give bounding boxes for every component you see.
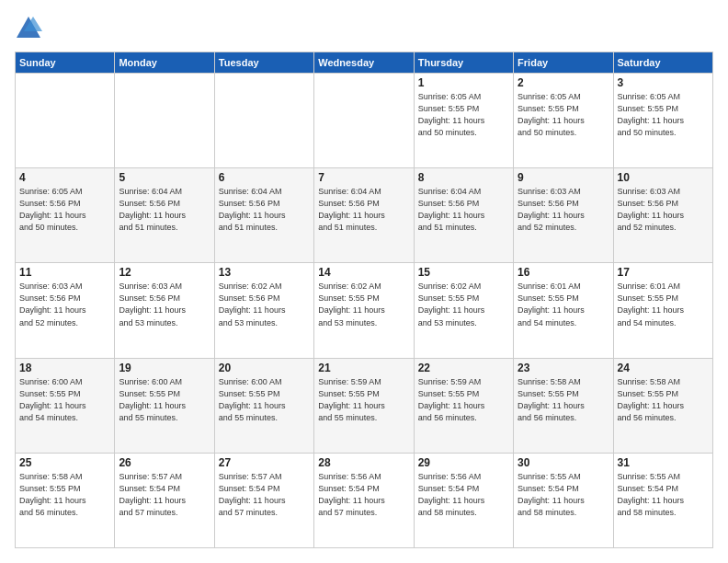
day-number: 23 bbox=[518, 362, 609, 374]
calendar-cell: 26Sunrise: 5:57 AM Sunset: 5:54 PM Dayli… bbox=[115, 453, 214, 547]
day-number: 17 bbox=[618, 266, 709, 279]
calendar-cell: 14Sunrise: 6:02 AM Sunset: 5:55 PM Dayli… bbox=[314, 263, 414, 358]
calendar-cell: 16Sunrise: 6:01 AM Sunset: 5:55 PM Dayli… bbox=[514, 263, 613, 358]
calendar-cell: 15Sunrise: 6:02 AM Sunset: 5:55 PM Dayli… bbox=[414, 263, 513, 358]
day-info: Sunrise: 6:03 AM Sunset: 5:56 PM Dayligh… bbox=[119, 281, 210, 328]
calendar-header-wednesday: Wednesday bbox=[314, 52, 414, 74]
calendar-header-saturday: Saturday bbox=[613, 52, 712, 74]
day-info: Sunrise: 6:03 AM Sunset: 5:56 PM Dayligh… bbox=[618, 186, 709, 234]
day-number: 11 bbox=[19, 266, 110, 279]
calendar-cell: 20Sunrise: 6:00 AM Sunset: 5:55 PM Dayli… bbox=[214, 358, 313, 453]
day-number: 18 bbox=[19, 362, 110, 374]
calendar-week-0: 1Sunrise: 6:05 AM Sunset: 5:55 PM Daylig… bbox=[16, 74, 713, 168]
calendar-cell: 11Sunrise: 6:03 AM Sunset: 5:56 PM Dayli… bbox=[16, 263, 115, 358]
day-info: Sunrise: 6:05 AM Sunset: 5:56 PM Dayligh… bbox=[19, 186, 110, 234]
day-number: 13 bbox=[219, 266, 310, 279]
day-number: 25 bbox=[19, 456, 110, 469]
calendar-cell: 4Sunrise: 6:05 AM Sunset: 5:56 PM Daylig… bbox=[16, 168, 115, 263]
day-number: 22 bbox=[418, 362, 509, 374]
day-info: Sunrise: 5:58 AM Sunset: 5:55 PM Dayligh… bbox=[19, 471, 110, 519]
day-info: Sunrise: 5:58 AM Sunset: 5:55 PM Dayligh… bbox=[618, 376, 709, 424]
page: SundayMondayTuesdayWednesdayThursdayFrid… bbox=[0, 0, 728, 563]
calendar-week-1: 4Sunrise: 6:05 AM Sunset: 5:56 PM Daylig… bbox=[16, 168, 713, 263]
calendar-header-row: SundayMondayTuesdayWednesdayThursdayFrid… bbox=[16, 52, 713, 74]
calendar-cell: 12Sunrise: 6:03 AM Sunset: 5:56 PM Dayli… bbox=[115, 263, 214, 358]
day-info: Sunrise: 6:00 AM Sunset: 5:55 PM Dayligh… bbox=[219, 376, 310, 424]
day-info: Sunrise: 5:57 AM Sunset: 5:54 PM Dayligh… bbox=[119, 471, 210, 519]
logo bbox=[15, 15, 46, 42]
calendar-cell: 31Sunrise: 5:55 AM Sunset: 5:54 PM Dayli… bbox=[613, 453, 712, 547]
calendar-header-monday: Monday bbox=[115, 52, 214, 74]
calendar-header-thursday: Thursday bbox=[414, 52, 513, 74]
day-info: Sunrise: 6:05 AM Sunset: 5:55 PM Dayligh… bbox=[518, 91, 609, 139]
day-number: 8 bbox=[418, 171, 509, 184]
day-info: Sunrise: 6:04 AM Sunset: 5:56 PM Dayligh… bbox=[219, 186, 310, 234]
header bbox=[15, 15, 713, 42]
day-info: Sunrise: 5:59 AM Sunset: 5:55 PM Dayligh… bbox=[318, 376, 409, 424]
logo-icon bbox=[15, 15, 42, 42]
day-number: 6 bbox=[219, 171, 310, 184]
calendar-table: SundayMondayTuesdayWednesdayThursdayFrid… bbox=[15, 52, 713, 548]
day-number: 21 bbox=[318, 362, 409, 374]
calendar-cell: 30Sunrise: 5:55 AM Sunset: 5:54 PM Dayli… bbox=[514, 453, 613, 547]
day-info: Sunrise: 5:55 AM Sunset: 5:54 PM Dayligh… bbox=[618, 471, 709, 519]
day-info: Sunrise: 6:03 AM Sunset: 5:56 PM Dayligh… bbox=[518, 186, 609, 234]
day-number: 20 bbox=[219, 362, 310, 374]
day-number: 27 bbox=[219, 456, 310, 469]
day-number: 24 bbox=[618, 362, 709, 374]
calendar-cell: 24Sunrise: 5:58 AM Sunset: 5:55 PM Dayli… bbox=[613, 358, 712, 453]
day-info: Sunrise: 6:03 AM Sunset: 5:56 PM Dayligh… bbox=[19, 281, 110, 328]
calendar-header-sunday: Sunday bbox=[16, 52, 115, 74]
day-info: Sunrise: 6:00 AM Sunset: 5:55 PM Dayligh… bbox=[19, 376, 110, 424]
day-number: 29 bbox=[418, 456, 509, 469]
calendar-cell: 9Sunrise: 6:03 AM Sunset: 5:56 PM Daylig… bbox=[514, 168, 613, 263]
day-info: Sunrise: 5:58 AM Sunset: 5:55 PM Dayligh… bbox=[518, 376, 609, 424]
day-number: 30 bbox=[518, 456, 609, 469]
day-number: 16 bbox=[518, 266, 609, 279]
day-number: 31 bbox=[618, 456, 709, 469]
calendar-cell: 19Sunrise: 6:00 AM Sunset: 5:55 PM Dayli… bbox=[115, 358, 214, 453]
calendar-cell: 23Sunrise: 5:58 AM Sunset: 5:55 PM Dayli… bbox=[514, 358, 613, 453]
calendar-cell: 21Sunrise: 5:59 AM Sunset: 5:55 PM Dayli… bbox=[314, 358, 414, 453]
day-info: Sunrise: 6:01 AM Sunset: 5:55 PM Dayligh… bbox=[618, 281, 709, 328]
day-number: 7 bbox=[318, 171, 409, 184]
day-info: Sunrise: 6:02 AM Sunset: 5:56 PM Dayligh… bbox=[219, 281, 310, 328]
calendar-cell: 2Sunrise: 6:05 AM Sunset: 5:55 PM Daylig… bbox=[514, 74, 613, 168]
calendar-cell bbox=[314, 74, 414, 168]
calendar-week-4: 25Sunrise: 5:58 AM Sunset: 5:55 PM Dayli… bbox=[16, 453, 713, 547]
day-info: Sunrise: 6:01 AM Sunset: 5:55 PM Dayligh… bbox=[518, 281, 609, 328]
calendar-header-friday: Friday bbox=[514, 52, 613, 74]
calendar-cell: 7Sunrise: 6:04 AM Sunset: 5:56 PM Daylig… bbox=[314, 168, 414, 263]
calendar-cell bbox=[214, 74, 313, 168]
day-info: Sunrise: 5:55 AM Sunset: 5:54 PM Dayligh… bbox=[518, 471, 609, 519]
calendar-cell: 27Sunrise: 5:57 AM Sunset: 5:54 PM Dayli… bbox=[214, 453, 313, 547]
calendar-cell: 13Sunrise: 6:02 AM Sunset: 5:56 PM Dayli… bbox=[214, 263, 313, 358]
day-number: 10 bbox=[618, 171, 709, 184]
day-number: 9 bbox=[518, 171, 609, 184]
day-info: Sunrise: 5:56 AM Sunset: 5:54 PM Dayligh… bbox=[418, 471, 509, 519]
calendar-cell bbox=[115, 74, 214, 168]
calendar-cell: 1Sunrise: 6:05 AM Sunset: 5:55 PM Daylig… bbox=[414, 74, 513, 168]
calendar-week-3: 18Sunrise: 6:00 AM Sunset: 5:55 PM Dayli… bbox=[16, 358, 713, 453]
day-info: Sunrise: 5:57 AM Sunset: 5:54 PM Dayligh… bbox=[219, 471, 310, 519]
calendar-cell: 29Sunrise: 5:56 AM Sunset: 5:54 PM Dayli… bbox=[414, 453, 513, 547]
day-info: Sunrise: 5:56 AM Sunset: 5:54 PM Dayligh… bbox=[318, 471, 409, 519]
day-info: Sunrise: 6:04 AM Sunset: 5:56 PM Dayligh… bbox=[418, 186, 509, 234]
day-info: Sunrise: 6:04 AM Sunset: 5:56 PM Dayligh… bbox=[119, 186, 210, 234]
day-info: Sunrise: 6:02 AM Sunset: 5:55 PM Dayligh… bbox=[418, 281, 509, 328]
calendar-header-tuesday: Tuesday bbox=[214, 52, 313, 74]
calendar-cell: 10Sunrise: 6:03 AM Sunset: 5:56 PM Dayli… bbox=[613, 168, 712, 263]
calendar-cell: 5Sunrise: 6:04 AM Sunset: 5:56 PM Daylig… bbox=[115, 168, 214, 263]
calendar-week-2: 11Sunrise: 6:03 AM Sunset: 5:56 PM Dayli… bbox=[16, 263, 713, 358]
calendar-cell: 6Sunrise: 6:04 AM Sunset: 5:56 PM Daylig… bbox=[214, 168, 313, 263]
day-number: 28 bbox=[318, 456, 409, 469]
day-number: 15 bbox=[418, 266, 509, 279]
calendar-cell: 28Sunrise: 5:56 AM Sunset: 5:54 PM Dayli… bbox=[314, 453, 414, 547]
day-info: Sunrise: 6:04 AM Sunset: 5:56 PM Dayligh… bbox=[318, 186, 409, 234]
calendar-cell: 22Sunrise: 5:59 AM Sunset: 5:55 PM Dayli… bbox=[414, 358, 513, 453]
day-info: Sunrise: 6:02 AM Sunset: 5:55 PM Dayligh… bbox=[318, 281, 409, 328]
day-number: 12 bbox=[119, 266, 210, 279]
calendar-cell: 18Sunrise: 6:00 AM Sunset: 5:55 PM Dayli… bbox=[16, 358, 115, 453]
day-number: 14 bbox=[318, 266, 409, 279]
calendar-cell: 25Sunrise: 5:58 AM Sunset: 5:55 PM Dayli… bbox=[16, 453, 115, 547]
